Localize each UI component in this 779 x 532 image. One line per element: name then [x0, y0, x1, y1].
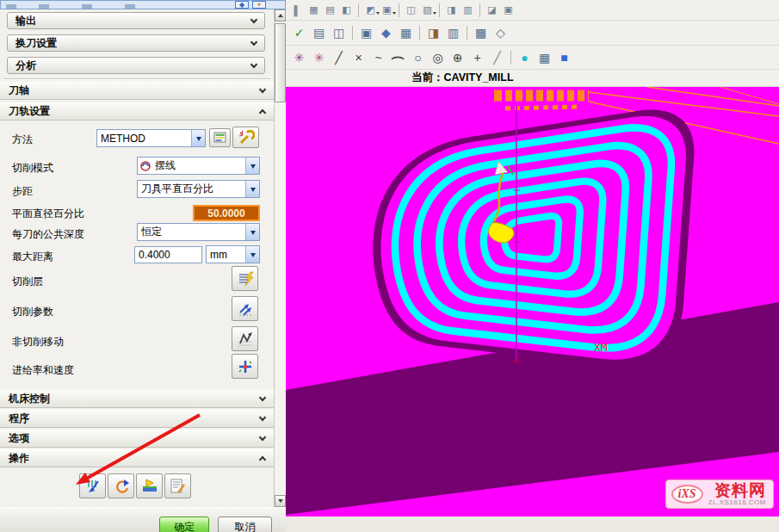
cut-params-button[interactable]	[232, 296, 258, 321]
note-icon[interactable]: ◇	[492, 24, 510, 41]
assembly-icon[interactable]: ◫	[330, 24, 348, 41]
work-plane-icon[interactable]: ▣	[380, 3, 394, 17]
section-tool-change[interactable]: 换刀设置	[7, 34, 265, 52]
point-set-icon[interactable]: ✳	[290, 49, 308, 66]
drafting-icon[interactable]: ▦	[397, 24, 415, 41]
common-depth-combo[interactable]: 恒定	[137, 223, 260, 241]
show-layers-icon[interactable]: ▤	[310, 24, 328, 41]
filter-button-icon[interactable]: ✦	[252, 1, 266, 9]
max-distance-input[interactable]: 0.4000	[134, 246, 202, 263]
cropped-icon[interactable]: ▄	[82, 4, 92, 9]
scrollbar-down-button[interactable]	[275, 495, 286, 507]
flat-percent-field[interactable]: 50.0000	[193, 205, 260, 221]
section-tool-axis[interactable]: 刀轴	[0, 82, 274, 100]
grid-icon[interactable]: ▦	[306, 3, 321, 17]
toolbar-separator	[467, 26, 467, 40]
facet-body-icon[interactable]: ◆	[377, 24, 395, 41]
preferences-icon[interactable]: ▣	[501, 3, 516, 17]
view-button-icon[interactable]: ◆	[235, 1, 249, 9]
cropped-icon[interactable]: ▄	[39, 4, 49, 9]
section-label: 分析	[15, 59, 36, 73]
half-shade-icon[interactable]: ◧	[339, 3, 354, 17]
max-distance-unit-value: mm	[207, 249, 245, 261]
up-arrow-icon	[278, 11, 283, 17]
new-method-button[interactable]	[209, 128, 231, 147]
section-program[interactable]: 程序	[0, 410, 274, 428]
circle-icon[interactable]: ○	[409, 49, 427, 66]
tool-display-icon[interactable]: ◨	[424, 24, 442, 41]
dropdown-arrow-icon	[250, 188, 256, 195]
feeds-speeds-button[interactable]	[232, 354, 258, 379]
diagonal-line-icon[interactable]: ╱	[488, 49, 506, 66]
finish-check-icon[interactable]: ✓	[290, 24, 308, 41]
move-object-icon[interactable]: ◫	[404, 3, 418, 17]
stepover-label: 步距	[12, 184, 33, 199]
line-icon[interactable]: ╱	[330, 49, 348, 66]
verify-toolpath-button[interactable]	[136, 473, 163, 498]
non-cutting-button[interactable]	[232, 326, 258, 351]
cropped-icon[interactable]: ▄	[6, 4, 16, 9]
spline-icon[interactable]: ~	[369, 49, 387, 66]
combo-dropdown-arrow[interactable]	[191, 130, 205, 146]
toolbar-separator	[419, 26, 420, 40]
common-depth-label: 每刀的公共深度	[12, 227, 84, 242]
layers-icon[interactable]: ▤	[323, 3, 337, 17]
list-toolpath-button[interactable]	[164, 473, 191, 498]
wrench-icon	[238, 130, 255, 145]
monitor-icon[interactable]: ▩	[472, 24, 490, 41]
generate-toolpath-button[interactable]	[79, 473, 106, 498]
stepover-combo-value: 刀具平直百分比	[138, 182, 245, 196]
cancel-button[interactable]: 取消	[218, 517, 272, 532]
toolbar-row-utilities: ▌▦▤◧◩▣◫▧◨▥◪▣	[286, 0, 779, 21]
stepover-combo[interactable]: 刀具平直百分比	[137, 180, 260, 198]
max-distance-unit-combo[interactable]: mm	[206, 245, 260, 263]
ok-button[interactable]: 确定	[159, 517, 209, 532]
cut-levels-button[interactable]	[232, 266, 258, 291]
measure-icon[interactable]: ◨	[444, 3, 459, 17]
snap-point-icon[interactable]: ◩	[363, 3, 378, 17]
cut-mode-combo[interactable]: 摆线	[137, 157, 260, 175]
shade-icon[interactable]: ▥	[461, 3, 475, 17]
target-point-icon[interactable]: ◎	[429, 49, 447, 66]
section-output[interactable]: 输出	[7, 12, 265, 29]
graphics-viewport[interactable]: XM iXS 资料网 ZL.XS1616.COM	[286, 87, 779, 517]
point-cloud-icon[interactable]: ✳	[310, 49, 328, 66]
cropped-icon[interactable]: ▄	[125, 4, 135, 9]
section-toolpath-settings[interactable]: 刀轨设置	[0, 102, 274, 121]
arc-icon[interactable]: (	[390, 48, 407, 66]
combo-dropdown-arrow[interactable]	[245, 158, 259, 174]
section-options[interactable]: 选项	[0, 430, 274, 448]
operation-dialog-body: 输出 换刀设置 分析 刀轴 刀轨设置 方法	[0, 9, 274, 507]
dialog-scrollbar[interactable]	[274, 9, 286, 507]
clip-icon[interactable]: ▌	[290, 3, 305, 17]
table-icon[interactable]: ▦	[535, 49, 553, 66]
method-combo[interactable]: METHOD	[96, 129, 206, 147]
replay-toolpath-button[interactable]	[108, 473, 134, 498]
cube-icon[interactable]: ■	[555, 49, 573, 66]
dropdown-arrow-icon	[250, 253, 256, 260]
plus-icon[interactable]: +	[468, 49, 486, 66]
chevron-down-icon	[259, 86, 266, 93]
combo-dropdown-arrow[interactable]	[245, 246, 259, 263]
current-operation-bar: 当前：CAVITY_MILL	[286, 70, 779, 87]
section-machine-control[interactable]: 机床控制	[0, 390, 274, 408]
scrollbar-thumb[interactable]	[275, 23, 286, 102]
pattern-icon[interactable]: ▧	[420, 3, 435, 17]
chevron-down-icon	[259, 414, 266, 421]
window-icon[interactable]: ◪	[485, 3, 499, 17]
section-actions[interactable]: 操作	[0, 449, 274, 467]
solid-view-icon[interactable]: ▣	[357, 24, 375, 41]
section-analysis[interactable]: 分析	[7, 57, 265, 74]
sphere-icon[interactable]: ●	[516, 49, 534, 66]
section-label: 机床控制	[9, 392, 50, 406]
combo-dropdown-arrow[interactable]	[245, 224, 259, 240]
point-icon[interactable]: ×	[349, 49, 368, 66]
circle-plus-icon[interactable]: ⊕	[448, 49, 467, 66]
scrollbar-up-button[interactable]	[275, 9, 286, 22]
toolbar-separator	[439, 3, 440, 17]
machine-tool-icon[interactable]: ▥	[444, 24, 462, 41]
combo-dropdown-arrow[interactable]	[245, 181, 259, 197]
edit-method-button[interactable]	[232, 127, 259, 148]
feeds-label: 进给率和速度	[12, 363, 74, 378]
bottom-strip	[286, 517, 779, 532]
